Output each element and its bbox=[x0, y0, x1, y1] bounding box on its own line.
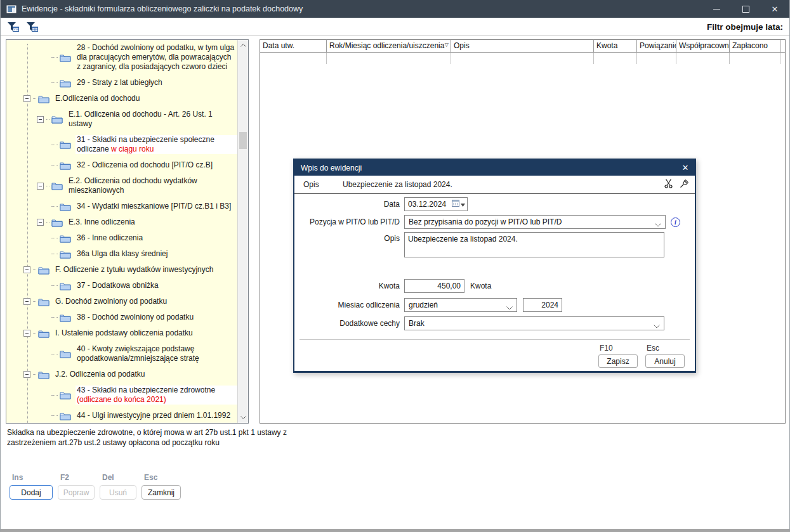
scroll-down-icon[interactable] bbox=[238, 412, 248, 423]
collapse-icon[interactable] bbox=[37, 116, 44, 123]
folder-icon bbox=[38, 329, 49, 338]
cancel-button[interactable]: Anuluj bbox=[645, 354, 685, 368]
tree-item[interactable]: J.2. Odliczenia od podatku bbox=[6, 370, 237, 379]
tree-item[interactable]: 44 - Ulgi inwestycyjne przed dniem 1.01.… bbox=[6, 411, 237, 420]
calendar-icon[interactable] bbox=[452, 200, 459, 209]
year-input[interactable] bbox=[523, 298, 562, 312]
folder-icon bbox=[38, 370, 49, 379]
tree-item-label: 36 - Inne odliczenia bbox=[76, 233, 237, 243]
collapse-icon[interactable] bbox=[37, 219, 44, 226]
collapse-icon[interactable] bbox=[23, 298, 30, 305]
collapse-icon[interactable] bbox=[23, 266, 30, 273]
collapse-icon[interactable] bbox=[23, 330, 30, 337]
position-value: Bez przypisania do pozycji w PIT/O lub P… bbox=[409, 217, 562, 226]
column-header[interactable]: Opis bbox=[451, 40, 594, 52]
tree-item-label: E.2. Odliczenia od dochodu wydatków mies… bbox=[67, 176, 237, 195]
tree-item[interactable]: I. Ustalenie podstawy obliczenia podatku bbox=[6, 328, 237, 338]
tree-connector bbox=[46, 119, 49, 120]
description-textarea[interactable]: Ubezpieczenie za listopad 2024. bbox=[404, 232, 664, 257]
filter-table-icon[interactable] bbox=[26, 22, 39, 32]
amount-row: Kwota Kwota bbox=[294, 279, 695, 293]
folder-icon bbox=[60, 202, 71, 211]
tree-item[interactable]: 36 - Inne odliczenia bbox=[6, 233, 237, 243]
date-input[interactable]: 03.12.2024 bbox=[404, 197, 468, 211]
info-icon[interactable]: i bbox=[671, 217, 680, 227]
tree-item[interactable]: 31 - Składki na ubezpieczenie społeczne … bbox=[6, 135, 237, 154]
folder-icon bbox=[60, 79, 71, 88]
close-button[interactable]: ✕ bbox=[760, 0, 789, 18]
usuń-button[interactable]: Usuń bbox=[100, 485, 136, 500]
scrollbar-thumb[interactable] bbox=[239, 132, 247, 149]
column-header[interactable]: Kwota bbox=[594, 40, 637, 52]
summary-label: Opis bbox=[303, 180, 343, 189]
tree-item-label: 29 - Straty z lat ubiegłych bbox=[76, 78, 237, 88]
month-select[interactable]: grudzień bbox=[404, 298, 517, 312]
scissors-icon[interactable] bbox=[664, 179, 673, 190]
tree-connector bbox=[46, 222, 49, 223]
tree-item[interactable]: F. Odliczenie z tytułu wydatków inwestyc… bbox=[6, 265, 237, 275]
collapse-icon[interactable] bbox=[37, 183, 44, 190]
window-controls: ✕ bbox=[702, 0, 789, 18]
minimize-button[interactable] bbox=[702, 0, 731, 18]
tree-connector bbox=[51, 395, 58, 396]
dialog-summary-row: Opis Ubezpieczenie za listopad 2024. bbox=[294, 176, 695, 194]
shortcut-key-label: Del bbox=[102, 473, 136, 483]
column-header[interactable]: Zapłacono bbox=[730, 40, 780, 52]
position-select[interactable]: Bez przypisania do pozycji w PIT/O lub P… bbox=[404, 215, 666, 229]
tree-connector bbox=[51, 206, 58, 207]
column-header[interactable]: Powiązanie bbox=[637, 40, 676, 52]
maximize-button[interactable] bbox=[731, 0, 760, 18]
dialog-close-button[interactable]: ✕ bbox=[676, 163, 695, 172]
tree-connector bbox=[33, 374, 36, 375]
filter-calendar-icon[interactable] bbox=[7, 22, 20, 32]
tree-item-label: 31 - Składki na ubezpieczenie społeczne … bbox=[76, 135, 237, 154]
column-header[interactable]: Data utw. bbox=[260, 40, 327, 52]
features-select[interactable]: Brak bbox=[404, 316, 664, 330]
tree-item[interactable]: 32 - Odliczenia od dochodu [PIT/O cz.B] bbox=[6, 160, 237, 170]
tree-item[interactable]: E.Odliczenia od dochodu bbox=[6, 94, 237, 103]
column-header[interactable]: Współpracown bbox=[676, 40, 730, 52]
tree-item[interactable]: 36a Ulga dla klasy średniej bbox=[6, 249, 237, 259]
dodaj-button[interactable]: Dodaj bbox=[10, 485, 53, 500]
date-label: Data bbox=[294, 200, 404, 209]
tree-connector bbox=[51, 82, 58, 83]
tree-item-label: E.1. Odliczenia od dochodu - Art. 26 Ust… bbox=[67, 110, 237, 129]
tree-item[interactable]: 40 - Kwoty zwiększające podstawę opodatk… bbox=[6, 344, 237, 363]
tree-item[interactable]: 28 - Dochód zwolniony od podatku, w tym … bbox=[6, 43, 237, 72]
features-label: Dodatkowe cechy bbox=[294, 319, 404, 328]
amount-input[interactable] bbox=[404, 279, 464, 293]
folder-icon bbox=[60, 391, 71, 399]
date-row: Data 03.12.2024 bbox=[294, 197, 695, 211]
pin-icon[interactable] bbox=[680, 179, 689, 190]
save-button[interactable]: Zapisz bbox=[598, 354, 638, 368]
tree-scrollbar[interactable] bbox=[237, 40, 248, 423]
tree-item[interactable]: 38 - Dochód zwolniony od podatku bbox=[6, 313, 237, 322]
popraw-button[interactable]: Popraw bbox=[58, 485, 95, 500]
tree-connector bbox=[51, 254, 58, 254]
tree-item[interactable]: E.1. Odliczenia od dochodu - Art. 26 Ust… bbox=[6, 110, 237, 129]
window-title: Ewidencje - składniki formularza oblicze… bbox=[22, 4, 303, 13]
dialog-divider bbox=[300, 339, 690, 340]
tree-connector bbox=[51, 354, 58, 354]
collapse-icon[interactable] bbox=[23, 371, 30, 378]
features-row: Dodatkowe cechy Brak bbox=[294, 316, 695, 330]
column-header[interactable]: Rok/Miesiąc odliczenia/uiszczenia▽ bbox=[327, 40, 451, 52]
app-window: Ewidencje - składniki formularza oblicze… bbox=[0, 0, 790, 532]
folder-icon bbox=[60, 412, 71, 420]
tree-item[interactable]: E.3. Inne odliczenia bbox=[6, 217, 237, 227]
tree-item-label: J.2. Odliczenia od podatku bbox=[54, 370, 237, 379]
tree-item[interactable]: 29 - Straty z lat ubiegłych bbox=[6, 78, 237, 88]
scroll-up-icon[interactable] bbox=[238, 40, 248, 51]
collapse-icon[interactable] bbox=[23, 95, 30, 102]
tree-item-label: 34 - Wydatki mieszkaniowe [PIT/D cz.B1 i… bbox=[76, 202, 237, 211]
tree-item[interactable]: E.2. Odliczenia od dochodu wydatków mies… bbox=[6, 176, 237, 195]
tree-item[interactable]: 43 - Składki na ubezpieczenie zdrowotne … bbox=[6, 386, 237, 405]
tree-item-label: I. Ustalenie podstawy obliczenia podatku bbox=[54, 328, 237, 338]
date-dropdown-icon[interactable] bbox=[461, 200, 465, 209]
folder-icon bbox=[51, 181, 63, 190]
shortcut-key-label: Esc bbox=[144, 473, 181, 483]
tree-item[interactable]: 37 - Dodatkowa obniżka bbox=[6, 281, 237, 290]
tree-item[interactable]: G. Dochód zwolniony od podatku bbox=[6, 297, 237, 306]
tree-item[interactable]: 34 - Wydatki mieszkaniowe [PIT/D cz.B1 i… bbox=[6, 202, 237, 211]
zamknij-button[interactable]: Zamknij bbox=[142, 485, 181, 500]
